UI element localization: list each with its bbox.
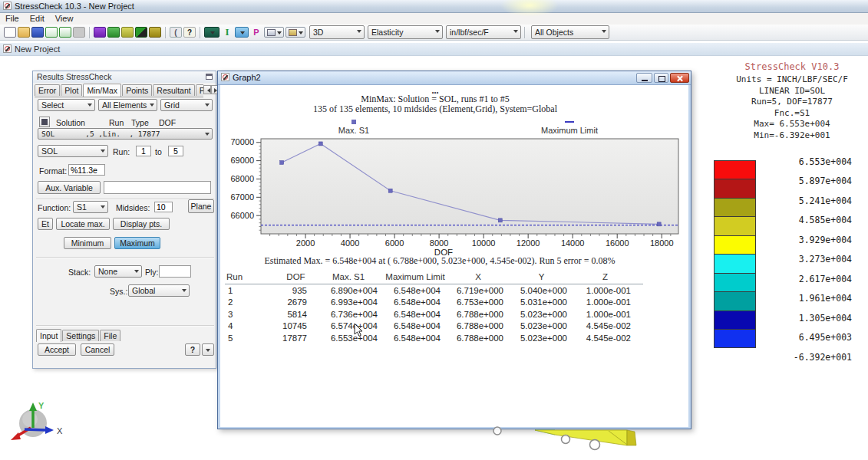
plane-button[interactable]: Plane [188,199,214,213]
cell: 6.548e+004 [384,320,447,333]
tab-settings[interactable]: Settings [62,330,99,341]
display-pts-button[interactable]: Display pts. [113,218,170,230]
cell: 5.040e+000 [510,285,573,297]
toolbar-separator [89,27,90,38]
menu-edit[interactable]: Edit [25,13,50,24]
menu-file[interactable]: File [0,13,25,24]
accept-button[interactable]: Accept [38,343,76,356]
locate-max-button[interactable]: Locate max. [56,218,110,230]
x-axis-label: X [57,426,63,435]
color-band [714,291,756,310]
cell: 4.545e-002 [573,320,637,333]
help-key-icon[interactable]: ? [183,27,196,38]
cell: 6.548e+004 [384,285,447,297]
color-legend-value: 2.617e+004 [799,274,852,284]
sol-combo[interactable]: SOL [38,145,108,157]
stresscheck-logo-icon [221,73,229,81]
minimize-icon[interactable] [636,73,652,83]
tab-proper[interactable]: Proper [196,84,203,96]
y-tick-label: 68000 [230,174,254,183]
print-icon[interactable] [73,27,85,38]
cell: 6.553e+004 [313,333,384,345]
shield-icon[interactable] [149,27,161,38]
cancel-button[interactable]: Cancel [81,343,114,356]
y-axis-label: Y [38,401,45,410]
toolbar-combo-elasticity[interactable]: Elasticity [368,25,443,39]
table-row[interactable]: 5178776.553e+0046.548e+0046.788e+0005.02… [225,333,643,345]
tab-plot[interactable]: Plot [61,84,82,96]
material-swatch-icon[interactable] [204,27,219,38]
toolbar-combo-in-lbf-sec-f[interactable]: in/lbf/sec/F [446,25,521,39]
table-row[interactable]: 4107456.574e+0046.548e+0046.788e+0005.02… [225,320,643,333]
table-row[interactable]: 358146.736e+0046.548e+0046.788e+0005.023… [225,309,643,321]
folder-blue-icon[interactable] [235,27,249,38]
ply-input[interactable] [159,265,191,278]
series-marker-icon [351,120,356,124]
toolbar-combo-3d[interactable]: 3D [309,25,365,39]
color-legend-value: 6.495e+003 [799,332,852,343]
midsides-input[interactable] [154,202,173,212]
format-input[interactable] [68,164,105,176]
section-btn-icon[interactable] [264,27,284,38]
color-band [714,235,756,255]
results-panel-titlebar[interactable]: Results StressCheck [33,71,216,83]
color-band [714,179,756,198]
image-btn-icon[interactable] [285,27,305,38]
notes-purple-icon[interactable] [94,27,106,38]
cell: 6.736e+004 [313,309,384,321]
table-row[interactable]: 226796.993e+0046.548e+0046.753e+0005.031… [225,297,643,309]
new-file-icon[interactable] [4,27,16,38]
dock-icon[interactable] [206,74,213,80]
extraction-combo[interactable]: Grid [160,99,213,111]
close-icon[interactable] [670,73,689,83]
display-toggle-icon[interactable] [135,27,147,38]
tab-points[interactable]: Points [122,84,152,96]
results-panel-title: Results StressCheck [37,72,111,81]
subwindow-titlebar: New Project [0,42,868,56]
help-button[interactable]: ? [185,343,200,356]
solution-checkbox[interactable] [39,117,50,127]
table-row[interactable]: 19356.890e+0046.548e+0046.719e+0005.040e… [225,285,643,297]
menu-view[interactable]: View [50,13,79,24]
tab-scroll-left-icon[interactable] [203,85,211,94]
solution-row-combo[interactable]: SOL ,5 ,Lin. , 17877 [38,128,213,140]
info-title: StressCheck V10.3 [714,61,868,72]
aux-variable-button[interactable]: Aux. Variable [38,181,101,194]
tab-min-max[interactable]: Min/Max [83,84,121,97]
p-tool-icon[interactable]: P [250,27,262,38]
results-bottom-tabs: InputSettingsFile [36,329,121,342]
import-model-icon[interactable] [59,27,71,38]
tab-file[interactable]: File [100,330,120,341]
cell: 2 [225,297,279,309]
y-tick-label: 69000 [230,156,254,165]
save-icon[interactable] [31,27,44,38]
sys-combo[interactable]: Global [128,284,190,297]
sheet-grid-icon[interactable] [121,27,134,38]
stack-combo[interactable]: None [94,265,142,278]
minimum-button[interactable]: Minimum [64,237,111,249]
tab-resultant[interactable]: Resultant [153,84,194,96]
color-legend-value: 3.273e+004 [799,254,852,264]
more-button[interactable] [202,343,214,356]
x-tick-label: 2000 [296,238,315,248]
tab-error[interactable]: Error [35,84,60,96]
run-from-input[interactable] [136,146,151,156]
ibeam-icon[interactable]: I [221,27,233,38]
restore-icon[interactable] [654,73,668,83]
mesh-green-icon[interactable] [107,27,120,38]
object-combo[interactable]: All Elements [98,99,157,111]
tab-input[interactable]: Input [36,329,61,342]
aux-variable-field[interactable] [104,181,211,194]
constraint-icon[interactable]: ( [170,27,182,38]
et-button[interactable]: Et [38,218,53,230]
run-to-input[interactable] [168,146,183,156]
color-legend-value: 5.897e+004 [799,176,852,186]
cell: 5.031e+000 [510,297,573,309]
graph-titlebar[interactable]: Graph2 [218,71,691,85]
toolbar-combo-all-objects[interactable]: All Objects [531,25,609,39]
maximum-button[interactable]: Maximum [114,237,160,249]
method-combo[interactable]: Select [38,99,95,111]
export-model-icon[interactable] [45,27,58,38]
open-folder-icon[interactable] [18,27,30,38]
function-combo[interactable]: S1 [73,201,108,213]
